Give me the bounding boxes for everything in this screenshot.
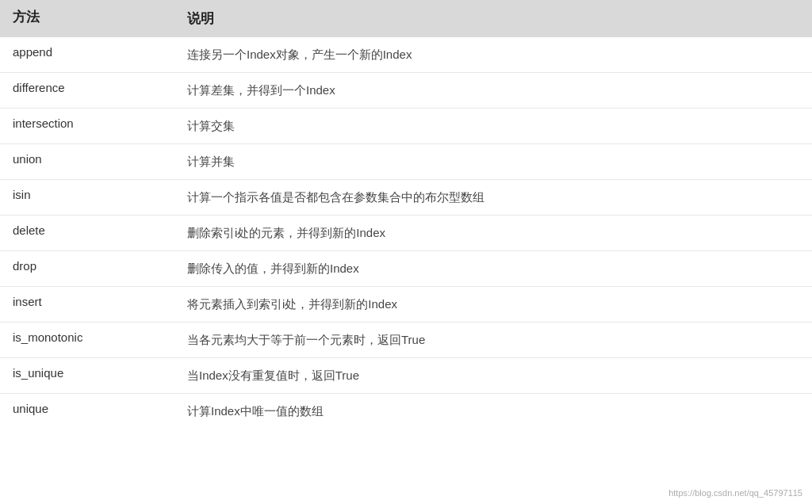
cell-desc: 计算交集 [187,116,799,136]
cell-desc: 当Index没有重复值时，返回True [187,366,799,385]
cell-method: difference [13,81,187,94]
cell-method: union [13,152,187,166]
cell-desc: 计算Index中唯一值的数组 [187,402,799,421]
cell-desc: 计算一个指示各值是否都包含在参数集合中的布尔型数组 [187,188,799,207]
table-body: append连接另一个Index对象，产生一个新的Indexdifference… [0,37,812,429]
table-row: unique计算Index中唯一值的数组 [0,394,812,429]
cell-desc: 删除传入的值，并得到新的Index [187,259,799,278]
table-row: isin计算一个指示各值是否都包含在参数集合中的布尔型数组 [0,180,812,216]
cell-method: drop [13,259,187,273]
cell-method: append [13,45,187,59]
table-row: intersection计算交集 [0,109,812,144]
cell-method: delete [13,223,187,237]
header-desc: 说明 [187,8,799,29]
cell-method: isin [13,188,187,201]
table-row: delete删除索引i处的元素，并得到新的Index [0,216,812,251]
cell-desc: 将元素插入到索引i处，并得到新的Index [187,295,799,314]
cell-method: is_monotonic [13,330,187,344]
table-header: 方法 说明 [0,0,812,37]
table-row: drop删除传入的值，并得到新的Index [0,251,812,287]
table-row: insert将元素插入到索引i处，并得到新的Index [0,287,812,323]
cell-method: insert [13,295,187,308]
watermark: https://blog.csdn.net/qq_45797115 [668,488,802,498]
cell-desc: 删除索引i处的元素，并得到新的Index [187,223,799,242]
cell-method: intersection [13,116,187,130]
cell-desc: 计算并集 [187,152,799,171]
cell-desc: 连接另一个Index对象，产生一个新的Index [187,45,799,64]
table-row: is_unique当Index没有重复值时，返回True [0,358,812,394]
table-row: is_monotonic当各元素均大于等于前一个元素时，返回True [0,323,812,358]
table-container: 方法 说明 append连接另一个Index对象，产生一个新的Indexdiff… [0,0,812,429]
header-method: 方法 [13,8,187,29]
cell-method: is_unique [13,366,187,380]
cell-desc: 计算差集，并得到一个Index [187,81,799,100]
table-row: append连接另一个Index对象，产生一个新的Index [0,37,812,73]
table-row: union计算并集 [0,144,812,180]
table-row: difference计算差集，并得到一个Index [0,73,812,109]
cell-desc: 当各元素均大于等于前一个元素时，返回True [187,330,799,349]
cell-method: unique [13,402,187,415]
